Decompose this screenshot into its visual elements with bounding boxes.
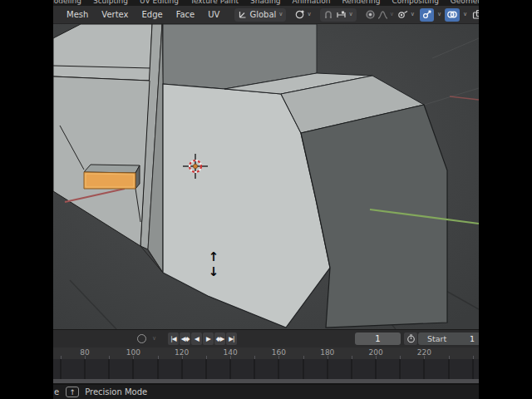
viewport-menu[interactable]: Vertex: [95, 10, 135, 19]
chevron-down-icon: ∨: [463, 12, 467, 17]
workspace-tab[interactable]: Compositing: [386, 0, 444, 5]
falloff-icon: [377, 10, 388, 20]
workspace-tab[interactable]: Geometry Nodes: [445, 0, 479, 5]
pivot-point-icon: [294, 9, 305, 20]
chevron-down-icon: ∨: [152, 336, 156, 342]
play-reverse-button[interactable]: ◀: [191, 332, 202, 345]
box-top-face: [84, 165, 140, 173]
timeline-gridline: [254, 359, 255, 379]
status-bar: e ↑ Precision Mode: [53, 385, 479, 399]
timeline-gridline: [108, 359, 110, 379]
chevron-down-icon: ∨: [437, 12, 441, 17]
workspace-tab[interactable]: Rendering: [336, 0, 386, 5]
orientation-label: Global: [249, 10, 276, 19]
timeline-gridline: [448, 359, 450, 379]
left-letterbox: [0, 0, 53, 399]
timeline-gridline: [205, 359, 207, 379]
workspace-tab[interactable]: Modeling: [53, 0, 87, 5]
use-preview-range-button[interactable]: [404, 332, 417, 345]
chevron-down-icon: ∨: [411, 12, 415, 17]
chevron-down-icon: ∨: [390, 12, 394, 17]
snap-magnet-icon: [323, 10, 333, 20]
workspace-tab[interactable]: Animation: [287, 0, 337, 5]
frame-start-field[interactable]: Start 1: [418, 332, 479, 345]
gizmo-toggle[interactable]: [420, 8, 434, 22]
shift-arrow-glyph: ↑: [69, 388, 76, 397]
chevron-down-icon: ∨: [278, 12, 283, 17]
viewport-menu[interactable]: Edge: [135, 10, 169, 19]
timeline-tracks[interactable]: [53, 359, 479, 379]
timeline-gridline: [157, 359, 159, 379]
frame-start-value: 1: [470, 334, 475, 343]
timeline-gridline: [278, 359, 279, 379]
shift-key-icon: ↑: [66, 387, 79, 397]
timeline-gridline: [375, 359, 377, 379]
frame-start-label: Start: [427, 334, 446, 343]
current-frame-field[interactable]: 1: [355, 332, 401, 345]
timeline-gridline: [84, 359, 86, 379]
timeline-ruler[interactable]: 80100120140160180200220: [53, 347, 479, 359]
timeline-gridline: [472, 359, 474, 379]
jump-to-start-button[interactable]: |◀: [168, 332, 179, 345]
transform-orientation-dropdown[interactable]: Global ∨: [234, 8, 286, 22]
status-text-fragment: e: [54, 387, 59, 397]
overlays-icon: [446, 9, 458, 20]
arrow-down-icon: ↓: [209, 264, 219, 279]
timeline-gridline: [60, 359, 62, 379]
chevron-down-icon: ∨: [349, 12, 353, 17]
snap-target-icon: [336, 10, 347, 20]
timeline-gridline: [327, 359, 328, 379]
xray-icon: [472, 9, 479, 20]
timeline-gridline: [181, 359, 183, 379]
transform-orientation-icon: [238, 10, 247, 19]
visibility-icon: [397, 9, 409, 20]
viewport-menu[interactable]: Mesh: [60, 10, 95, 19]
status-hint-label: Precision Mode: [85, 387, 147, 397]
workspace-tab[interactable]: Shading: [244, 0, 287, 5]
visibility-dropdown[interactable]: ∨: [396, 8, 416, 22]
workspace-tab[interactable]: Texture Paint: [185, 0, 244, 5]
chevron-down-icon: ∨: [307, 12, 311, 17]
viewport-3d[interactable]: ↑ ↓: [53, 24, 479, 329]
clock-icon: [406, 334, 416, 343]
timeline-gridline: [399, 359, 401, 379]
gizmo-icon: [421, 9, 432, 20]
blender-window: ModelingSculptingUV EditingTexture Paint…: [0, 0, 532, 399]
viewport-toggles: ∨ ∨ ∨: [396, 8, 479, 22]
timeline-gridline: [132, 359, 134, 379]
prev-keyframe-button[interactable]: ◀◆: [180, 332, 190, 345]
overlays-toggle[interactable]: [445, 8, 460, 22]
arrow-up-icon: ↑: [209, 249, 219, 264]
workspace-tabs: ModelingSculptingUV EditingTexture Paint…: [53, 0, 479, 5]
mesh-left-wall-top: [53, 24, 152, 81]
right-letterbox: [479, 0, 532, 399]
selected-face-box[interactable]: [84, 165, 140, 189]
viewport-header: MeshVertexEdgeFaceUV Global ∨ ∨: [53, 6, 479, 24]
auto-keying-toggle[interactable]: [137, 334, 146, 343]
snapping-controls[interactable]: ∨: [320, 8, 357, 22]
timeline-header: ∨ |◀◀◆◀▶◆▶▶| 1 Start 1: [53, 329, 479, 347]
proportional-editing-icon: [365, 9, 376, 20]
proportional-editing-controls[interactable]: ∨: [363, 8, 396, 22]
timeline-gridline: [423, 359, 425, 379]
timeline-gridline: [351, 359, 352, 379]
pivot-point-dropdown[interactable]: ∨: [293, 8, 313, 22]
play-button[interactable]: ▶: [203, 332, 214, 345]
workspace-tab[interactable]: UV Editing: [134, 0, 185, 5]
jump-to-end-button[interactable]: ▶|: [226, 332, 237, 345]
viewport-scene: ↑ ↓: [53, 24, 479, 329]
next-keyframe-button[interactable]: ◆▶: [214, 332, 225, 345]
workspace-tab[interactable]: Sculpting: [87, 0, 134, 5]
playback-controls: |◀◀◆◀▶◆▶▶|: [168, 332, 237, 345]
current-frame-value: 1: [375, 334, 380, 343]
xray-toggle[interactable]: ∨: [470, 8, 479, 22]
timeline-gridline: [229, 359, 231, 379]
workspace-tabbar: ModelingSculptingUV EditingTexture Paint…: [53, 0, 479, 6]
viewport-menu[interactable]: UV: [201, 10, 226, 19]
viewport-menu[interactable]: Face: [170, 10, 202, 19]
timeline-gridline: [303, 359, 304, 379]
viewport-menus: MeshVertexEdgeFaceUV: [60, 10, 226, 19]
captured-area: ModelingSculptingUV EditingTexture Paint…: [53, 0, 479, 399]
